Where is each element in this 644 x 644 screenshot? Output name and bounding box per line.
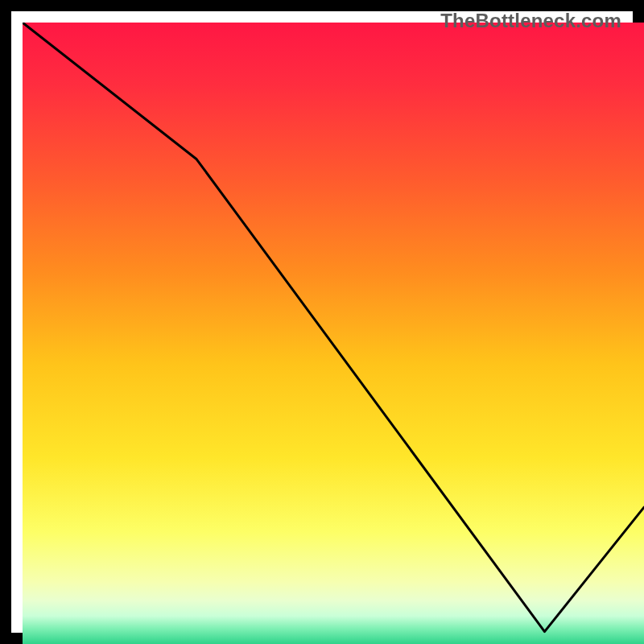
watermark-text: TheBottleneck.com — [440, 10, 621, 32]
chart-svg — [23, 23, 644, 644]
gradient-background — [23, 23, 644, 644]
chart-frame: TheBottleneck.com — [0, 0, 644, 644]
plot-area — [23, 23, 644, 644]
